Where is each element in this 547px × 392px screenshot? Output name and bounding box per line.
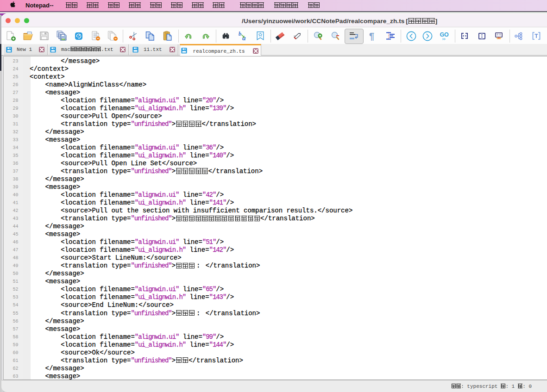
svg-text:GO: GO	[440, 31, 448, 38]
svg-text:¶: ¶	[369, 31, 374, 41]
svg-text:b: b	[239, 31, 241, 37]
